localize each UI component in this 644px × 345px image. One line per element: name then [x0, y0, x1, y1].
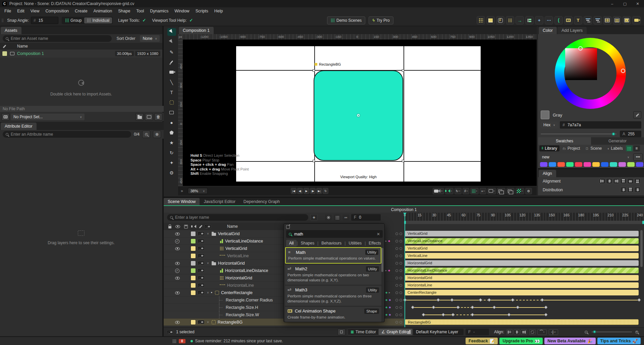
- toggle-ring-icon[interactable]: [399, 240, 402, 243]
- popup-tab-shapes[interactable]: Shapes: [298, 240, 317, 247]
- align-t-button[interactable]: [620, 178, 627, 184]
- keyframe[interactable]: [540, 298, 544, 302]
- tab-javascript-editor[interactable]: JavaScript Editor: [200, 198, 239, 205]
- layer-color-swatch[interactable]: [191, 320, 196, 325]
- color-chip[interactable]: [566, 162, 574, 167]
- expand-icon[interactable]: »: [181, 189, 183, 193]
- error-count-badge[interactable]: 0: [179, 339, 185, 343]
- keyframe[interactable]: [511, 298, 515, 302]
- result-math[interactable]: =MathUtilityPerform simple mathematical …: [285, 247, 381, 264]
- visibility-cell[interactable]: [175, 276, 181, 280]
- toggle-ring-icon[interactable]: [395, 291, 398, 294]
- trash-icon[interactable]: 🗑: [154, 113, 162, 121]
- visibility-cell[interactable]: ✓: [175, 268, 181, 273]
- tool-settings[interactable]: ⚙: [167, 169, 176, 177]
- play-button[interactable]: ▶: [304, 188, 309, 194]
- layer-color-swatch[interactable]: [191, 238, 196, 244]
- toolbar-text-frame-button[interactable]: F: [496, 16, 504, 24]
- visibility-cell[interactable]: [175, 290, 181, 295]
- color-mode-select[interactable]: Hex∨: [541, 122, 558, 128]
- tab-scene-window[interactable]: Scene Window: [164, 198, 200, 205]
- distribute-d-button[interactable]: [634, 187, 641, 193]
- toolbar-filmstrip-button[interactable]: [564, 16, 573, 24]
- color-chip[interactable]: [584, 162, 591, 167]
- close-button[interactable]: ✕: [631, 0, 644, 7]
- track-row[interactable]: RectangleBG: [404, 319, 644, 326]
- play-marker-icon[interactable]: ▸: [385, 239, 387, 243]
- asset-row[interactable]: Composition 130.00fps1920 x 1080: [0, 50, 162, 58]
- eye-icon[interactable]: [175, 247, 180, 250]
- toggle-ring-icon[interactable]: [395, 299, 398, 301]
- minimize-button[interactable]: –: [606, 0, 619, 7]
- color-chip[interactable]: [549, 162, 556, 167]
- eye-icon[interactable]: [175, 232, 180, 235]
- tab-color[interactable]: Color: [539, 27, 557, 34]
- tool-sparkle[interactable]: ✦: [167, 159, 176, 166]
- layer-color-swatch[interactable]: [191, 283, 196, 288]
- track-bar-verticalline[interactable]: VerticalLine: [405, 253, 639, 259]
- chevron-down-icon[interactable]: ∨: [207, 291, 209, 294]
- toggle-ring-icon[interactable]: [395, 269, 398, 272]
- menu-shape[interactable]: Shape: [115, 7, 133, 15]
- menu-scripts[interactable]: Scripts: [193, 7, 211, 15]
- track-row[interactable]: HorizontalGrid: [404, 260, 644, 267]
- toggle-ring-icon[interactable]: [395, 232, 398, 235]
- project-list-icon[interactable]: [1, 113, 9, 121]
- toolbar-ellipsis-dots-button[interactable]: ⋯: [545, 16, 553, 24]
- play-marker-icon[interactable]: ▸: [389, 291, 390, 294]
- hex-input[interactable]: # 7a7a7a: [560, 121, 641, 129]
- visibility-cell[interactable]: ✓: [175, 238, 181, 243]
- keyframe-align-r-button[interactable]: [521, 329, 527, 335]
- toolbar-trace-arrow-button[interactable]: →: [516, 16, 524, 24]
- layer-color-swatch[interactable]: [191, 261, 196, 266]
- keyframe-marker-icon[interactable]: ◆: [385, 313, 387, 316]
- track-bar-horizontalline[interactable]: HorizontalLine: [405, 282, 639, 288]
- toggle-ring-icon[interactable]: [395, 255, 398, 257]
- layer-tools-check-icon[interactable]: ✓: [143, 18, 146, 23]
- keyframe-marker-icon[interactable]: ◆: [385, 291, 387, 294]
- check-icon[interactable]: ✓: [175, 269, 179, 273]
- toolbar-stagger-a-button[interactable]: [584, 16, 592, 24]
- tool-select[interactable]: [167, 28, 176, 36]
- tool-brush[interactable]: [167, 58, 176, 66]
- keyframe[interactable]: [516, 306, 519, 309]
- loop-button[interactable]: ↻: [323, 188, 328, 194]
- color-chip[interactable]: [540, 162, 547, 167]
- keyframe[interactable]: [441, 313, 445, 317]
- source-scene[interactable]: 🗋Scene: [583, 145, 604, 151]
- track-bar-centerrectangle[interactable]: CenterRectangle: [405, 290, 639, 295]
- keyframe-marker-icon[interactable]: ◆: [389, 313, 391, 316]
- track-bar-verticalgrid[interactable]: VerticalGrid: [405, 246, 639, 251]
- popup-tab-behaviours[interactable]: Behaviours: [318, 240, 344, 247]
- current-color-swatch[interactable]: [541, 111, 549, 119]
- menu-tool[interactable]: Tool: [133, 7, 147, 15]
- previous-frame-button[interactable]: ◀|: [297, 188, 303, 194]
- toolbar-arc-button[interactable]: (: [554, 16, 563, 24]
- source-project[interactable]: 🗀Project: [560, 145, 582, 151]
- track-bar-horizontalgrid[interactable]: HorizontalGrid: [405, 275, 639, 281]
- chevron-down-icon[interactable]: ∨: [207, 321, 209, 324]
- ease-curve-button[interactable]: ⌒▸: [537, 329, 547, 335]
- popup-search-input[interactable]: math ✕: [286, 230, 383, 238]
- solo-toggle-icon[interactable]: [205, 225, 211, 228]
- go-to-start-button[interactable]: |◀: [291, 188, 297, 194]
- add-layer-button[interactable]: +: [310, 214, 318, 221]
- keyframe[interactable]: [432, 306, 435, 309]
- toolbar-drag-handle[interactable]: ⣿: [1, 18, 3, 22]
- status-button-upgrade-to-pro[interactable]: Upgrade to Pro👀: [499, 338, 543, 344]
- footer-frame-field[interactable]: F -: [466, 329, 489, 335]
- timeline-ruler[interactable]: 0153045607590105120135150165180195210225…: [404, 213, 644, 221]
- layer-color-swatch[interactable]: [191, 231, 196, 236]
- track-bar-rectanglebg[interactable]: RectangleBG: [405, 319, 639, 325]
- toggle-ring-icon[interactable]: [399, 255, 402, 257]
- track-row[interactable]: VerticalGrid: [404, 230, 644, 237]
- check-icon[interactable]: ✓: [175, 239, 179, 244]
- audio-button[interactable]: ▸: [445, 188, 453, 194]
- keyframe[interactable]: [451, 313, 455, 317]
- toolbar-columns-button[interactable]: [603, 16, 611, 24]
- color-chip[interactable]: [627, 162, 635, 167]
- play-marker-icon[interactable]: ▸: [385, 269, 387, 272]
- toolbar-stagger-b-button[interactable]: [593, 16, 602, 24]
- toggle-ring-icon[interactable]: [399, 321, 402, 324]
- layer-toggle-icon[interactable]: [198, 269, 204, 272]
